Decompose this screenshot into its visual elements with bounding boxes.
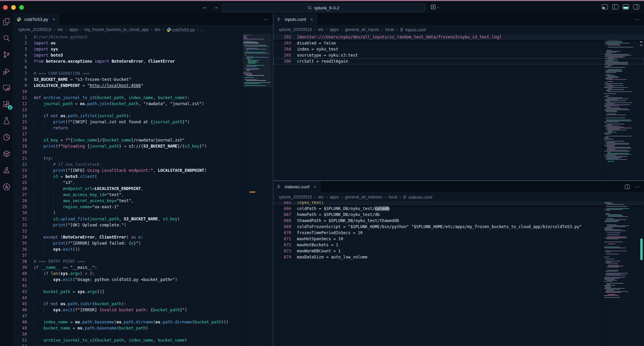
breadcrumb-item[interactable]: etc	[318, 27, 324, 32]
customize-layout-icon[interactable]	[602, 4, 608, 9]
breadcrumb-item[interactable]: general_all_indexes	[345, 195, 382, 199]
explorer-icon[interactable]	[2, 18, 11, 26]
minimap[interactable]	[603, 34, 635, 181]
line-number: 30	[13, 210, 34, 216]
horizontal-sash[interactable]	[273, 181, 644, 181]
breadcrumb-item[interactable]: my_frozen_buckets_to_cloud_app	[85, 27, 149, 32]
testing-beaker-icon[interactable]	[2, 117, 11, 125]
code-line: 18 s3_key = f"{index_name}/{bucket_name}…	[13, 137, 273, 143]
code-line: 672maxHotBuckets = 1	[273, 242, 644, 248]
minimap[interactable]	[242, 34, 271, 346]
code-editor-inputs-conf[interactable]: 202[monitor:///Users/oyku/dev/all_inputs…	[273, 34, 644, 181]
ruler-mark	[640, 41, 642, 42]
code-line: 50	[13, 331, 273, 337]
line-number: 3	[13, 46, 34, 52]
toggle-secondary-sidebar-icon[interactable]	[633, 4, 639, 9]
breadcrumb-item[interactable]: apps	[330, 195, 339, 199]
command-center-text: splunk_9-3-2	[314, 5, 339, 10]
close-tab-icon[interactable]: ×	[310, 17, 313, 22]
breadcrumb-item[interactable]: splunk_20250515	[279, 27, 312, 32]
more-actions-icon[interactable]: ⋯	[635, 17, 640, 23]
code-line: 20	[13, 149, 273, 155]
overview-ruler[interactable]	[639, 201, 644, 346]
breadcrumb-item[interactable]: local	[385, 27, 394, 32]
line-number: 669	[273, 224, 297, 230]
line-number: 16	[13, 125, 34, 131]
run-and-debug-icon[interactable]	[2, 67, 11, 75]
navigate-forward-icon[interactable]: →	[213, 4, 219, 10]
tab-indexes-conf[interactable]: indexes.conf ×	[273, 181, 320, 192]
line-number: 50	[13, 331, 34, 337]
breadcrumb-item[interactable]: apps	[69, 27, 78, 32]
code-line: 7# === CONFIGURATION ===	[13, 70, 273, 76]
line-number: 32	[13, 222, 34, 228]
overview-ruler[interactable]	[639, 34, 644, 181]
tab-coldtos3-py[interactable]: coldToS3.py ×	[13, 13, 59, 25]
breadcrumb-item[interactable]: general_all_inputs	[345, 27, 379, 32]
code-line: 19 print(f"Uploading {journal_path} → s3…	[13, 143, 273, 149]
breadcrumb-item[interactable]: inputs.conf	[400, 27, 426, 32]
more-actions-icon[interactable]: ⋯	[635, 184, 640, 190]
breadcrumb-item[interactable]: bin	[155, 27, 160, 32]
code-line: 43 bucket_path = sys.argv[1]	[13, 289, 273, 295]
code-line: 36 sys.exit(1)	[13, 246, 273, 252]
minimize-window-button[interactable]	[11, 5, 16, 10]
close-tab-icon[interactable]: ×	[314, 184, 316, 189]
line-number: 4	[13, 52, 34, 58]
code-editor-coldtos3[interactable]: 1#!/usr/bin/env python32import os3import…	[13, 34, 273, 346]
line-number: 27	[13, 192, 34, 198]
azure-icon[interactable]	[2, 166, 11, 175]
code-editor-indexes-conf[interactable]: 665[oyku_test]666coldPath = $SPLUNK_DB/o…	[273, 201, 644, 346]
breadcrumb-item[interactable]: local	[389, 195, 397, 199]
line-number: 39	[13, 264, 34, 271]
breadcrumb-item[interactable]: etc	[318, 195, 324, 199]
ansible-icon[interactable]	[2, 183, 11, 191]
breadcrumb-item[interactable]: splunk_20250515	[279, 195, 312, 199]
toggle-primary-sidebar-icon[interactable]	[612, 4, 618, 9]
breadcrumb-item[interactable]: etc	[58, 27, 63, 32]
line-number: 24	[13, 174, 34, 180]
chevron-down-icon[interactable]: ⌄	[437, 5, 439, 9]
breadcrumb-separator-icon: ›	[341, 195, 343, 199]
vertical-sash[interactable]	[273, 13, 273, 346]
toggle-panel-icon[interactable]	[623, 4, 629, 9]
command-center-search[interactable]: splunk_9-3-2	[222, 4, 425, 12]
code-line: 51 archive_journal_to_s3(bucket_path, in…	[13, 337, 273, 343]
code-line: 40 if len(sys.argv) < 2:	[13, 271, 273, 277]
navigate-back-icon[interactable]: ←	[202, 4, 208, 10]
package-hexagon-icon[interactable]	[2, 133, 11, 141]
more-actions-icon[interactable]: ⋯	[264, 17, 269, 23]
line-number: 38	[13, 258, 34, 264]
remote-explorer-icon[interactable]	[2, 84, 11, 92]
code-line: 205sourcetype = oyku:s3:test	[273, 52, 644, 58]
breadcrumb-item[interactable]: apps	[330, 27, 339, 32]
container-box-icon[interactable]	[2, 150, 11, 158]
conf-file-icon	[403, 195, 408, 199]
zoom-window-button[interactable]	[19, 5, 24, 10]
new-window-icon[interactable]	[430, 4, 436, 10]
close-tab-icon[interactable]: ×	[53, 17, 55, 22]
code-line: 42	[13, 283, 273, 289]
breadcrumb-item[interactable]: coldToS3.py	[166, 27, 195, 32]
search-icon[interactable]	[2, 34, 11, 42]
scrollbar-thumb[interactable]	[640, 239, 643, 260]
window-top-border	[0, 0, 644, 1]
line-number: 8	[13, 76, 34, 83]
source-control-icon[interactable]	[2, 51, 11, 59]
tab-inputs-conf[interactable]: inputs.conf ×	[273, 13, 317, 25]
line-number: 34	[13, 234, 34, 240]
code-line: 38# === ENTRY POINT ===	[13, 258, 273, 264]
code-line: 33	[13, 228, 273, 234]
extensions-icon[interactable]: 2	[2, 100, 11, 108]
minimap[interactable]	[603, 201, 635, 346]
code-line: 202[monitor:///Users/oyku/dev/all_inputs…	[273, 34, 644, 40]
ruler-mark	[640, 45, 642, 46]
split-editor-icon[interactable]	[625, 185, 630, 189]
code-line: 11def archive_journal_to_s3(bucket_path,…	[13, 95, 273, 101]
breadcrumb-item[interactable]: splunk_20250515	[18, 27, 52, 32]
close-window-button[interactable]	[3, 5, 8, 10]
breadcrumb-item[interactable]: ...	[201, 27, 204, 32]
line-number: 5	[13, 58, 34, 64]
code-line: 206crcSalt = readItAgain	[273, 58, 644, 64]
breadcrumb-item[interactable]: indexes.conf	[403, 195, 432, 200]
